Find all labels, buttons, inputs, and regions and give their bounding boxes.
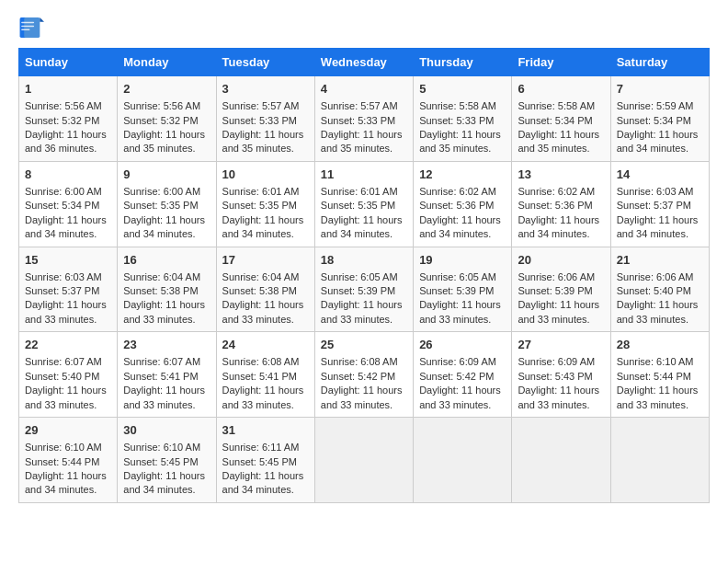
calendar-cell: 31Sunrise: 6:11 AMSunset: 5:45 PMDayligh…: [216, 418, 314, 503]
daylight-text: Daylight: 11 hours and 35 minutes.: [518, 129, 599, 154]
sunset-text: Sunset: 5:39 PM: [518, 285, 592, 296]
day-number: 26: [419, 337, 506, 353]
sunset-text: Sunset: 5:43 PM: [518, 371, 592, 382]
day-number: 13: [518, 167, 604, 183]
sunset-text: Sunset: 5:34 PM: [25, 200, 99, 211]
sunset-text: Sunset: 5:35 PM: [222, 200, 297, 211]
sunset-text: Sunset: 5:42 PM: [419, 371, 494, 382]
sunrise-text: Sunrise: 5:59 AM: [617, 100, 694, 111]
day-number: 25: [321, 337, 407, 353]
week-row-4: 22Sunrise: 6:07 AMSunset: 5:40 PMDayligh…: [19, 332, 710, 418]
daylight-text: Daylight: 11 hours and 33 minutes.: [321, 299, 403, 324]
sunset-text: Sunset: 5:44 PM: [617, 371, 691, 382]
calendar-cell: 21Sunrise: 6:06 AMSunset: 5:40 PMDayligh…: [610, 247, 709, 332]
sunrise-text: Sunrise: 6:04 AM: [222, 271, 300, 282]
column-header-thursday: Thursday: [414, 49, 512, 76]
daylight-text: Daylight: 11 hours and 34 minutes.: [617, 214, 699, 239]
sunset-text: Sunset: 5:35 PM: [321, 200, 395, 211]
column-header-friday: Friday: [512, 49, 610, 76]
calendar-cell: 15Sunrise: 6:03 AMSunset: 5:37 PMDayligh…: [19, 247, 118, 332]
day-number: 28: [617, 337, 703, 353]
calendar-cell: 22Sunrise: 6:07 AMSunset: 5:40 PMDayligh…: [19, 332, 118, 418]
daylight-text: Daylight: 11 hours and 34 minutes.: [419, 214, 501, 239]
day-number: 4: [321, 81, 407, 98]
sunrise-text: Sunrise: 5:56 AM: [123, 100, 200, 111]
sunset-text: Sunset: 5:37 PM: [617, 200, 691, 211]
day-number: 1: [25, 81, 111, 98]
week-row-3: 15Sunrise: 6:03 AMSunset: 5:37 PMDayligh…: [19, 247, 710, 332]
sunset-text: Sunset: 5:34 PM: [518, 115, 592, 126]
day-number: 29: [25, 422, 111, 439]
sunrise-text: Sunrise: 5:57 AM: [321, 100, 398, 111]
daylight-text: Daylight: 11 hours and 33 minutes.: [518, 385, 599, 409]
day-number: 10: [222, 167, 309, 183]
daylight-text: Daylight: 11 hours and 36 minutes.: [25, 129, 107, 154]
day-number: 2: [123, 81, 210, 98]
sunrise-text: Sunrise: 6:01 AM: [321, 186, 398, 197]
sunset-text: Sunset: 5:38 PM: [222, 285, 297, 296]
week-row-5: 29Sunrise: 6:10 AMSunset: 5:44 PMDayligh…: [19, 418, 710, 503]
sunrise-text: Sunrise: 5:57 AM: [222, 100, 300, 111]
calendar-cell: 2Sunrise: 5:56 AMSunset: 5:32 PMDaylight…: [118, 76, 216, 162]
day-number: 19: [419, 252, 506, 269]
day-number: 21: [617, 252, 703, 269]
calendar-cell: 7Sunrise: 5:59 AMSunset: 5:34 PMDaylight…: [610, 76, 709, 162]
sunset-text: Sunset: 5:45 PM: [123, 456, 198, 467]
sunset-text: Sunset: 5:41 PM: [123, 371, 198, 382]
sunset-text: Sunset: 5:32 PM: [123, 115, 198, 126]
calendar-cell: 23Sunrise: 6:07 AMSunset: 5:41 PMDayligh…: [118, 332, 216, 418]
calendar-cell: [512, 418, 610, 503]
sunrise-text: Sunrise: 6:07 AM: [123, 356, 200, 367]
sunrise-text: Sunrise: 6:01 AM: [222, 186, 300, 197]
sunrise-text: Sunrise: 6:04 AM: [123, 271, 200, 282]
sunset-text: Sunset: 5:39 PM: [321, 285, 395, 296]
sunrise-text: Sunrise: 6:00 AM: [123, 186, 200, 197]
daylight-text: Daylight: 11 hours and 34 minutes.: [222, 214, 304, 239]
sunrise-text: Sunrise: 5:58 AM: [419, 100, 496, 111]
daylight-text: Daylight: 11 hours and 34 minutes.: [222, 470, 304, 495]
daylight-text: Daylight: 11 hours and 35 minutes.: [222, 129, 304, 154]
calendar-cell: 10Sunrise: 6:01 AMSunset: 5:35 PMDayligh…: [216, 161, 314, 247]
sunrise-text: Sunrise: 6:05 AM: [419, 271, 496, 282]
calendar-cell: 11Sunrise: 6:01 AMSunset: 5:35 PMDayligh…: [314, 161, 413, 247]
day-number: 17: [222, 252, 309, 269]
svg-rect-5: [21, 29, 29, 31]
day-number: 30: [123, 422, 210, 439]
daylight-text: Daylight: 11 hours and 33 minutes.: [123, 385, 205, 409]
day-number: 20: [518, 252, 604, 269]
calendar-cell: 4Sunrise: 5:57 AMSunset: 5:33 PMDaylight…: [314, 76, 413, 162]
sunrise-text: Sunrise: 6:02 AM: [419, 186, 496, 197]
daylight-text: Daylight: 11 hours and 35 minutes.: [123, 129, 205, 154]
sunset-text: Sunset: 5:42 PM: [321, 371, 395, 382]
calendar-cell: 29Sunrise: 6:10 AMSunset: 5:44 PMDayligh…: [19, 418, 118, 503]
sunset-text: Sunset: 5:36 PM: [518, 200, 592, 211]
calendar-cell: 25Sunrise: 6:08 AMSunset: 5:42 PMDayligh…: [314, 332, 413, 418]
daylight-text: Daylight: 11 hours and 34 minutes.: [25, 214, 107, 239]
daylight-text: Daylight: 11 hours and 33 minutes.: [419, 299, 501, 324]
sunset-text: Sunset: 5:38 PM: [123, 285, 198, 296]
calendar-cell: 30Sunrise: 6:10 AMSunset: 5:45 PMDayligh…: [118, 418, 216, 503]
svg-rect-3: [21, 22, 34, 24]
daylight-text: Daylight: 11 hours and 34 minutes.: [123, 470, 205, 495]
day-number: 18: [321, 252, 407, 269]
sunrise-text: Sunrise: 6:00 AM: [25, 186, 102, 197]
sunrise-text: Sunrise: 6:06 AM: [518, 271, 595, 282]
sunrise-text: Sunrise: 6:05 AM: [321, 271, 398, 282]
sunrise-text: Sunrise: 6:03 AM: [25, 271, 102, 282]
daylight-text: Daylight: 11 hours and 33 minutes.: [123, 299, 205, 324]
calendar-cell: 17Sunrise: 6:04 AMSunset: 5:38 PMDayligh…: [216, 247, 314, 332]
sunset-text: Sunset: 5:34 PM: [617, 115, 691, 126]
week-row-1: 1Sunrise: 5:56 AMSunset: 5:32 PMDaylight…: [19, 76, 710, 162]
svg-rect-4: [21, 26, 34, 28]
daylight-text: Daylight: 11 hours and 33 minutes.: [617, 385, 699, 409]
calendar-cell: 18Sunrise: 6:05 AMSunset: 5:39 PMDayligh…: [314, 247, 413, 332]
sunset-text: Sunset: 5:32 PM: [25, 115, 99, 126]
calendar-cell: 6Sunrise: 5:58 AMSunset: 5:34 PMDaylight…: [512, 76, 610, 162]
calendar-cell: 19Sunrise: 6:05 AMSunset: 5:39 PMDayligh…: [414, 247, 512, 332]
daylight-text: Daylight: 11 hours and 34 minutes.: [321, 214, 403, 239]
header: [18, 15, 710, 40]
calendar-table: SundayMondayTuesdayWednesdayThursdayFrid…: [18, 48, 710, 503]
calendar-header-row: SundayMondayTuesdayWednesdayThursdayFrid…: [19, 49, 710, 76]
daylight-text: Daylight: 11 hours and 34 minutes.: [617, 129, 699, 154]
day-number: 24: [222, 337, 309, 353]
